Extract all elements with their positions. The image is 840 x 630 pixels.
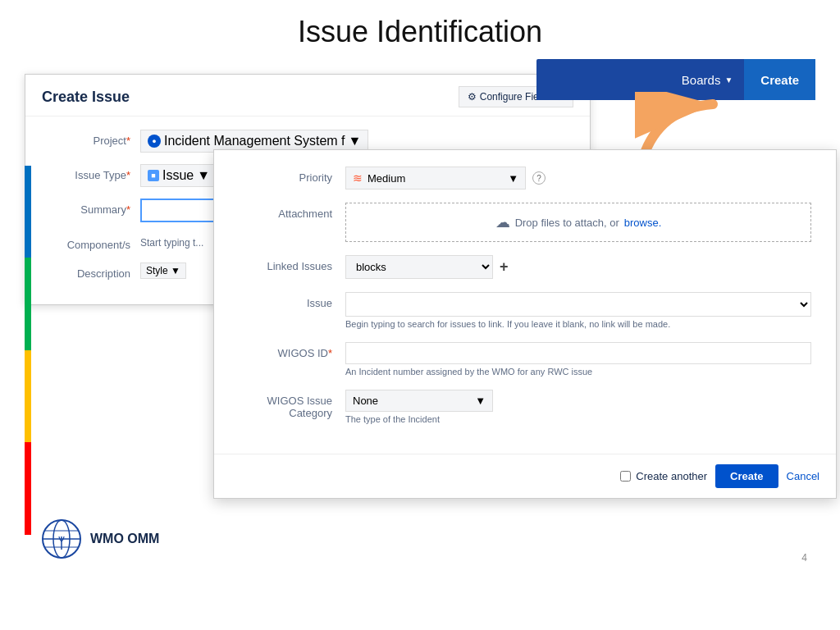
- foreground-form-body: Priority ≋ Medium ▼ ? Attachment: [214, 150, 836, 454]
- linked-issues-controls: blocks +: [345, 255, 811, 279]
- project-value: Incident Management System f: [164, 134, 345, 148]
- attachment-row: Attachment ☁ Drop files to attach, or br…: [239, 203, 811, 242]
- wmo-name: WMO OMM: [90, 532, 159, 546]
- page-number: 4: [801, 552, 807, 564]
- issue-label: Issue: [239, 292, 345, 309]
- priority-select-wrapper: ≋ Medium ▼ ?: [345, 167, 811, 189]
- wigos-id-row: WIGOS ID An Incident number assigned by …: [239, 342, 811, 377]
- attachment-text: Drop files to attach, or: [515, 217, 619, 229]
- style-dropdown[interactable]: Style ▼: [140, 262, 186, 279]
- boards-button[interactable]: Boards ▼: [670, 66, 744, 94]
- left-color-bar: [25, 166, 31, 535]
- wigos-category-hint: The type of the Incident: [345, 414, 811, 424]
- priority-control: ≋ Medium ▼ ?: [345, 167, 811, 189]
- create-another-wrap: Create another: [620, 470, 707, 482]
- issue-control: Begin typing to search for issues to lin…: [345, 292, 811, 329]
- priority-dropdown[interactable]: ≋ Medium ▼: [345, 167, 526, 189]
- boards-chevron-icon: ▼: [724, 75, 733, 84]
- wigos-id-hint: An Incident number assigned by the WMO f…: [345, 367, 811, 377]
- priority-chevron-icon: ▼: [508, 172, 518, 185]
- issue-type-icon: ■: [148, 170, 159, 181]
- attachment-dropzone[interactable]: ☁ Drop files to attach, or browse.: [345, 203, 811, 242]
- wmo-footer: WMO OMM: [25, 510, 176, 568]
- wigos-category-row: WIGOS IssueCategory None ▼ The type of t…: [239, 390, 811, 424]
- attachment-control: ☁ Drop files to attach, or browse.: [345, 203, 811, 242]
- priority-icon: ≋: [353, 171, 363, 185]
- create-issue-foreground-dialog: Priority ≋ Medium ▼ ? Attachment: [213, 149, 837, 499]
- priority-label: Priority: [239, 167, 345, 184]
- issue-type-select[interactable]: ■ Issue ▼: [140, 164, 217, 187]
- add-linked-issue-icon[interactable]: +: [500, 258, 509, 276]
- create-nav-button[interactable]: Create: [744, 59, 815, 100]
- page-title: Issue Identification: [0, 0, 840, 59]
- browse-link[interactable]: browse.: [624, 217, 662, 229]
- cancel-button[interactable]: Cancel: [787, 470, 819, 482]
- create-button[interactable]: Create: [715, 464, 778, 488]
- components-label: Component/s: [42, 234, 140, 251]
- wigos-id-label: WIGOS ID: [239, 342, 345, 359]
- description-label: Description: [42, 262, 140, 280]
- issue-type-value: Issue: [162, 168, 194, 183]
- wmo-logo-icon: [41, 518, 82, 559]
- upload-icon: ☁: [495, 213, 510, 231]
- attachment-label: Attachment: [239, 203, 345, 220]
- summary-label: Summary: [42, 199, 140, 216]
- boards-label: Boards: [682, 73, 721, 87]
- linked-issues-label: Linked Issues: [239, 255, 345, 272]
- linked-issues-type-select[interactable]: blocks: [345, 255, 493, 279]
- project-chevron-icon: ▼: [349, 134, 362, 148]
- priority-value: Medium: [368, 172, 405, 185]
- wigos-category-label: WIGOS IssueCategory: [239, 390, 345, 419]
- issue-row: Issue Begin typing to search for issues …: [239, 292, 811, 329]
- wigos-id-control: An Incident number assigned by the WMO f…: [345, 342, 811, 377]
- wigos-id-input[interactable]: [345, 342, 811, 364]
- issue-select[interactable]: [345, 292, 811, 317]
- dialog-footer: Create another Create Cancel: [214, 454, 836, 498]
- wigos-category-chevron-icon: ▼: [475, 395, 486, 407]
- project-icon: ●: [148, 135, 161, 148]
- wigos-category-value: None: [353, 395, 378, 407]
- priority-row: Priority ≋ Medium ▼ ?: [239, 167, 811, 189]
- create-another-label: Create another: [636, 470, 707, 482]
- project-label: Project: [42, 130, 140, 147]
- create-another-checkbox[interactable]: [620, 471, 631, 482]
- issue-type-chevron-icon: ▼: [197, 168, 210, 183]
- style-label: Style: [146, 265, 168, 276]
- linked-issues-control: blocks +: [345, 255, 811, 279]
- linked-issues-row: Linked Issues blocks +: [239, 255, 811, 279]
- content-area: Boards ▼ Create Create Issue ⚙ Configure…: [25, 59, 815, 568]
- create-issue-title: Create Issue: [42, 89, 130, 106]
- create-issue-header: Create Issue ⚙ Configure Fields ▼: [25, 75, 590, 116]
- wigos-category-select[interactable]: None ▼: [345, 390, 493, 412]
- wigos-category-control: None ▼ The type of the Incident: [345, 390, 811, 424]
- issue-hint: Begin typing to search for issues to lin…: [345, 319, 811, 329]
- gear-icon: ⚙: [468, 91, 477, 103]
- wigos-category-label-text: WIGOS IssueCategory: [267, 395, 332, 419]
- priority-help-icon[interactable]: ?: [532, 171, 546, 185]
- issue-type-label: Issue Type: [42, 164, 140, 181]
- style-chevron-icon: ▼: [171, 265, 180, 276]
